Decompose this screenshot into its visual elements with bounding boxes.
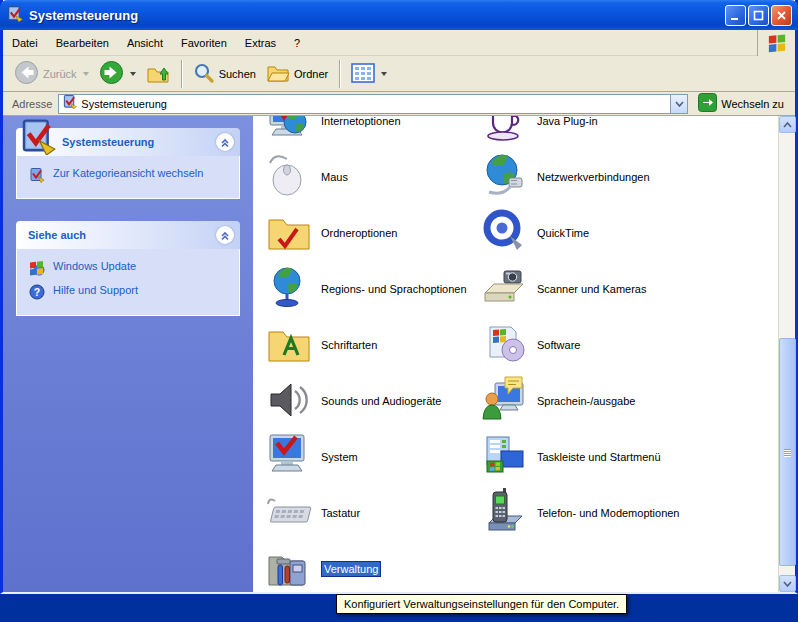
see-also-pane: Siehe auch Windows Update?Hilfe und Supp… bbox=[16, 221, 240, 316]
taskbar-startmenu-icon bbox=[481, 431, 529, 483]
vertical-scrollbar[interactable] bbox=[778, 116, 795, 592]
keyboard-icon bbox=[265, 487, 313, 539]
item-label: Ordneroptionen bbox=[321, 227, 397, 239]
address-bar: Adresse Systemsteuerung Wechseln zu bbox=[3, 92, 795, 116]
tooltip: Konfiguriert Verwaltungseinstellungen fü… bbox=[336, 594, 627, 614]
item-label: Scanner und Kameras bbox=[537, 283, 646, 295]
back-label: Zurück bbox=[43, 68, 77, 80]
task-link-label: Windows Update bbox=[53, 260, 136, 272]
item-label: Tastatur bbox=[321, 507, 360, 519]
folders-label: Ordner bbox=[294, 68, 328, 80]
task-link[interactable]: Windows Update bbox=[29, 257, 229, 281]
control-panel-item[interactable]: Tastatur bbox=[265, 485, 470, 541]
views-dropdown-icon[interactable] bbox=[381, 72, 387, 76]
go-button[interactable]: Wechseln zu bbox=[688, 93, 792, 114]
search-button[interactable]: Suchen bbox=[188, 60, 261, 88]
admin-tools-icon bbox=[265, 543, 313, 592]
task-pane-sidebar: Systemsteuerung Zur Kategorieansicht wec… bbox=[3, 116, 253, 592]
address-input[interactable]: Systemsteuerung bbox=[58, 94, 688, 114]
sounds-audio-icon bbox=[265, 375, 313, 427]
close-button[interactable] bbox=[771, 5, 792, 26]
control-panel-item[interactable]: Internetoptionen bbox=[265, 116, 470, 149]
menu-item-[interactable]: ? bbox=[285, 33, 309, 53]
toolbar-separator bbox=[181, 60, 182, 88]
mouse-icon bbox=[265, 151, 313, 203]
toolbar-separator bbox=[339, 60, 340, 88]
title-bar: Systemsteuerung bbox=[0, 0, 798, 30]
pane-title: Siehe auch bbox=[28, 229, 86, 241]
go-icon bbox=[698, 93, 717, 114]
fonts-icon bbox=[265, 319, 313, 371]
item-label: Maus bbox=[321, 171, 348, 183]
control-panel-item[interactable]: Schriftarten bbox=[265, 317, 470, 373]
task-link-label: Hilfe und Support bbox=[53, 284, 138, 296]
menu-item-extras[interactable]: Extras bbox=[236, 33, 285, 53]
menu-item-ansicht[interactable]: Ansicht bbox=[118, 33, 172, 53]
control-panel-item[interactable]: Sounds und Audiogeräte bbox=[265, 373, 470, 429]
scrollbar-grip bbox=[784, 448, 791, 457]
network-connections-icon bbox=[481, 151, 529, 203]
tooltip-text: Konfiguriert Verwaltungseinstellungen fü… bbox=[344, 598, 619, 610]
address-dropdown-button[interactable] bbox=[670, 95, 687, 113]
item-label: Java Plug-in bbox=[537, 116, 598, 127]
control-panel-item[interactable]: Verwaltung bbox=[265, 541, 470, 592]
item-label: Regions- und Sprachoptionen bbox=[321, 283, 467, 295]
go-label: Wechseln zu bbox=[721, 98, 784, 110]
back-dropdown-icon[interactable] bbox=[83, 72, 89, 76]
back-button[interactable]: Zurück bbox=[9, 58, 94, 89]
control-panel-item[interactable]: Scanner und Kameras bbox=[481, 261, 771, 317]
window-title: Systemsteuerung bbox=[29, 8, 138, 23]
item-label: Verwaltung bbox=[321, 561, 381, 577]
task-link-label: Zur Kategorieansicht wechseln bbox=[53, 167, 203, 179]
control-panel-item[interactable]: Java Plug-in bbox=[481, 116, 771, 149]
task-link[interactable]: Zur Kategorieansicht wechseln bbox=[29, 164, 229, 188]
control-panel-item[interactable]: Taskleiste und Startmenü bbox=[481, 429, 771, 485]
control-panel-item[interactable]: System bbox=[265, 429, 470, 485]
phone-modem-icon bbox=[481, 487, 529, 539]
windows-logo-icon bbox=[757, 30, 795, 56]
control-panel-item[interactable]: Netzwerkverbindungen bbox=[481, 149, 771, 205]
folders-button[interactable]: Ordner bbox=[261, 60, 333, 88]
item-label: Software bbox=[537, 339, 580, 351]
search-icon bbox=[193, 62, 215, 86]
speech-icon bbox=[481, 375, 529, 427]
scanners-cameras-icon bbox=[481, 263, 529, 315]
maximize-button[interactable] bbox=[748, 5, 769, 26]
control-panel-item[interactable]: Ordneroptionen bbox=[265, 205, 470, 261]
svg-text:?: ? bbox=[34, 286, 40, 298]
item-label: Schriftarten bbox=[321, 339, 377, 351]
task-link[interactable]: ?Hilfe und Support bbox=[29, 281, 229, 305]
chevron-up-icon[interactable] bbox=[216, 133, 234, 151]
control-panel-item[interactable]: Regions- und Sprachoptionen bbox=[265, 261, 470, 317]
scroll-up-button[interactable] bbox=[779, 116, 796, 133]
control-panel-large-icon bbox=[18, 117, 56, 159]
views-button[interactable] bbox=[346, 61, 392, 87]
control-panel-icon bbox=[6, 5, 23, 26]
views-icon bbox=[351, 63, 375, 85]
menu-item-datei[interactable]: Datei bbox=[3, 33, 47, 53]
control-panel-item[interactable]: Telefon- und Modemoptionen bbox=[481, 485, 771, 541]
forward-dropdown-icon[interactable] bbox=[130, 72, 136, 76]
toolbar: Zurück Suchen Ordner bbox=[3, 56, 795, 92]
java-plugin-icon bbox=[481, 116, 529, 147]
scrollbar-thumb[interactable] bbox=[779, 338, 796, 566]
control-panel-item[interactable]: Sprachein-/ausgabe bbox=[481, 373, 771, 429]
control-panel-item[interactable]: Maus bbox=[265, 149, 470, 205]
minimize-button[interactable] bbox=[725, 5, 746, 26]
control-panel-item[interactable]: Software bbox=[481, 317, 771, 373]
control-panel-item[interactable]: QuickTime bbox=[481, 205, 771, 261]
menu-item-favoriten[interactable]: Favoriten bbox=[172, 33, 236, 53]
forward-button[interactable] bbox=[94, 58, 141, 89]
item-label: Internetoptionen bbox=[321, 116, 401, 127]
folders-icon bbox=[266, 62, 290, 86]
item-label: Netzwerkverbindungen bbox=[537, 171, 650, 183]
chevron-up-icon[interactable] bbox=[216, 226, 234, 244]
up-folder-icon bbox=[146, 61, 170, 87]
explorer-window: Systemsteuerung DateiBearbeitenAnsichtFa… bbox=[0, 0, 798, 594]
back-icon bbox=[14, 60, 39, 87]
up-button[interactable] bbox=[141, 59, 175, 89]
scroll-down-button[interactable] bbox=[779, 575, 796, 592]
pane-header-siehe-auch[interactable]: Siehe auch bbox=[16, 221, 240, 249]
menu-item-bearbeiten[interactable]: Bearbeiten bbox=[47, 33, 118, 53]
category-view-icon bbox=[29, 167, 45, 185]
